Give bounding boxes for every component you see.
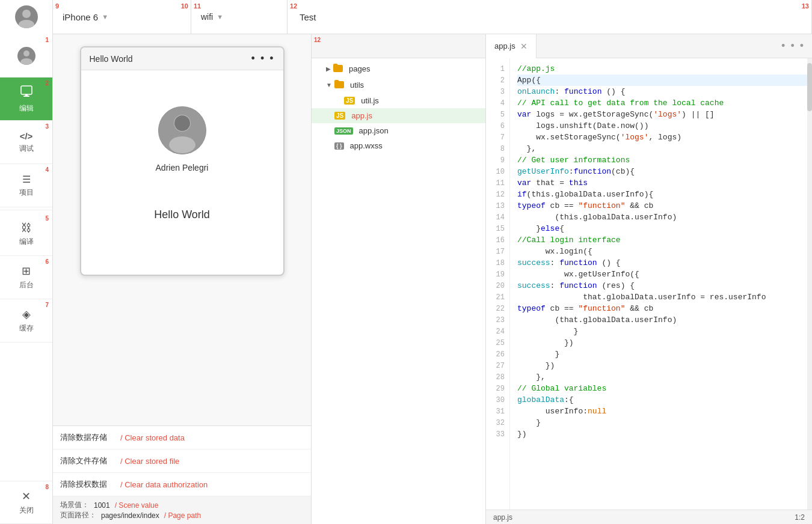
sidebar-item-cache[interactable]: 7 ◈ 缓存	[0, 299, 52, 343]
scene-row: 场景值： 1001 / Scene value	[60, 500, 304, 510]
sidebar-avatar	[17, 47, 35, 65]
pages-folder-icon	[333, 64, 343, 74]
sidebar-item-close[interactable]: 8 ✕ 关闭	[0, 481, 52, 524]
tree-item-utils[interactable]: ▼ utils	[312, 77, 485, 93]
line-number-23: 23	[486, 314, 509, 326]
tab2-num: 12	[290, 2, 297, 10]
code-line-8: },	[517, 143, 807, 154]
tree-item-appjs[interactable]: JS app.js	[312, 108, 485, 123]
avatar	[15, 5, 38, 28]
scrollbar-track[interactable]	[807, 58, 812, 510]
svg-point-9	[169, 136, 195, 153]
line-number-17: 17	[486, 246, 509, 257]
clear-data-cn: 清除数据存储	[60, 432, 120, 443]
line-number-13: 13	[486, 200, 509, 212]
clear-data-en: / Clear stored data	[120, 433, 185, 442]
clear-file-btn[interactable]: 清除文件存储 / Clear stored file	[53, 449, 311, 473]
line-number-10: 10	[486, 166, 509, 177]
code-line-12: if(this.globalData.userInfo){	[517, 189, 807, 200]
svg-rect-6	[25, 94, 28, 96]
tree-item-pages[interactable]: ▶ pages	[312, 61, 485, 77]
sidebar-item-edit[interactable]: 2 编辑	[0, 78, 52, 121]
sidebar-num-1: 1	[45, 37, 49, 43]
close-icon: ✕	[22, 490, 31, 503]
phone-body: Adrien Pelegri Hello World	[81, 70, 283, 275]
clear-data-btn[interactable]: 清除数据存储 / Clear stored data	[53, 426, 311, 449]
code-line-10: getUserInfo:function(cb){	[517, 166, 807, 177]
editor-tab-appjs[interactable]: app.js ✕	[486, 34, 537, 58]
line-numbers: 1234567891011121314151617181920212223242…	[486, 58, 510, 510]
tree-item-utiljs[interactable]: JS util.js	[312, 93, 485, 108]
network-num: 10	[181, 2, 188, 10]
line-number-19: 19	[486, 269, 509, 280]
sidebar-item-debug[interactable]: 3 </> 调试	[0, 121, 52, 164]
pages-arrow-icon: ▶	[326, 66, 331, 72]
top-bar: 9 iPhone 6 ▼ 10 wifi ▼ 11 12 Test 13	[0, 0, 812, 34]
sidebar-edit-label: 编辑	[19, 103, 34, 114]
tab1-num: 11	[194, 2, 201, 10]
appjson-icon: JSON	[334, 127, 353, 135]
network-section[interactable]: wifi ▼ 11	[191, 0, 288, 34]
utils-label: utils	[350, 81, 364, 90]
appwxss-icon: { }	[334, 142, 344, 150]
path-value: pages/index/index	[101, 511, 159, 520]
line-number-27: 27	[486, 360, 509, 371]
svg-point-2	[23, 50, 29, 56]
file-tree: ▶ pages ▼ utils	[312, 58, 485, 156]
code-line-7: wx.setStorageSync('logs', logs)	[517, 132, 807, 143]
tab-test-label: Test	[300, 12, 316, 22]
sidebar-num-8: 8	[45, 484, 49, 490]
utils-arrow-icon: ▼	[326, 82, 332, 88]
sidebar-item-avatar[interactable]: 1	[0, 34, 52, 78]
line-number-7: 7	[486, 132, 509, 143]
clear-auth-btn[interactable]: 清除授权数据 / Clear data authorization	[53, 473, 311, 496]
code-area[interactable]: //app.jsApp({ onLaunch: function () { //…	[510, 58, 807, 510]
code-line-19: wx.getUserInfo({	[517, 269, 807, 280]
code-line-29: // Global variables	[517, 383, 807, 394]
action-buttons: 清除数据存储 / Clear stored data 清除文件存储 / Clea…	[53, 425, 311, 496]
tree-item-appjson[interactable]: JSON app.json	[312, 123, 485, 138]
code-line-27: })	[517, 360, 807, 371]
sidebar-backend-label: 后台	[19, 280, 34, 290]
tree-item-appwxss[interactable]: { } app.wxss	[312, 138, 485, 153]
sidebar-item-compile[interactable]: 5 ⛓ 编译	[0, 213, 52, 256]
line-number-16: 16	[486, 234, 509, 246]
line-number-1: 1	[486, 63, 509, 75]
line-number-12: 12	[486, 189, 509, 200]
code-line-23: (that.globalData.userInfo)	[517, 314, 807, 326]
line-number-33: 33	[486, 428, 509, 440]
code-line-22: typeof cb == "function" && cb	[517, 303, 807, 314]
code-line-28: },	[517, 371, 807, 383]
line-number-15: 15	[486, 223, 509, 234]
line-number-24: 24	[486, 326, 509, 337]
debug-icon: </>	[20, 131, 33, 141]
editor-footer-pos: 1:2	[795, 513, 805, 522]
network-arrow-icon: ▼	[217, 13, 223, 20]
phone-menu-dots[interactable]: • • •	[251, 52, 275, 65]
device-arrow-icon: ▼	[102, 13, 108, 20]
device-section[interactable]: 9 iPhone 6 ▼ 10	[53, 0, 191, 34]
sidebar-num-6: 6	[45, 258, 49, 265]
editor-footer: app.js 1:2	[486, 510, 812, 524]
scene-label: 场景值：	[60, 500, 89, 510]
line-number-29: 29	[486, 383, 509, 394]
sidebar-num-7: 7	[45, 302, 49, 308]
path-label: 页面路径：	[60, 510, 96, 520]
tab-test[interactable]: 12 Test 13	[288, 0, 812, 34]
scrollbar-thumb[interactable]	[807, 63, 812, 111]
appwxss-label: app.wxss	[350, 141, 383, 150]
sidebar-item-backend[interactable]: 6 ⊞ 后台	[0, 256, 52, 299]
line-number-20: 20	[486, 280, 509, 291]
line-number-18: 18	[486, 257, 509, 269]
svg-point-10	[174, 115, 190, 131]
code-line-26: }	[517, 349, 807, 360]
editor-more-icon[interactable]: • • •	[781, 40, 812, 52]
sidebar-item-project[interactable]: 4 ☰ 项目	[0, 164, 52, 207]
backend-icon: ⊞	[22, 264, 31, 278]
sidebar-debug-label: 调试	[19, 144, 34, 154]
device-num: 9	[55, 2, 59, 10]
avatar-section	[0, 0, 53, 34]
code-line-25: })	[517, 337, 807, 349]
tab-close-icon[interactable]: ✕	[520, 41, 527, 51]
clear-file-en: / Clear stored file	[120, 457, 179, 466]
